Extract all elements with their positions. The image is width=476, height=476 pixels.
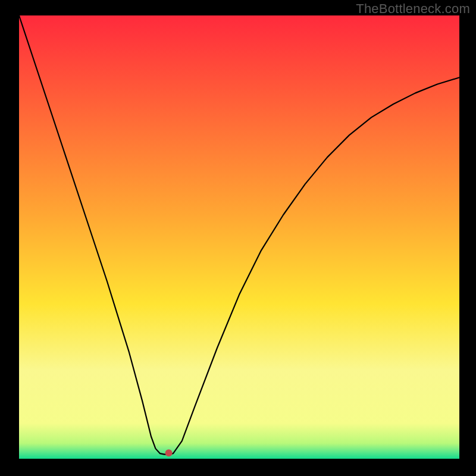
watermark-text: TheBottleneck.com	[356, 1, 470, 17]
plot-background	[19, 15, 459, 459]
chart-container: TheBottleneck.com	[0, 0, 476, 476]
optimal-point-marker	[165, 449, 173, 456]
chart-svg	[0, 0, 476, 476]
